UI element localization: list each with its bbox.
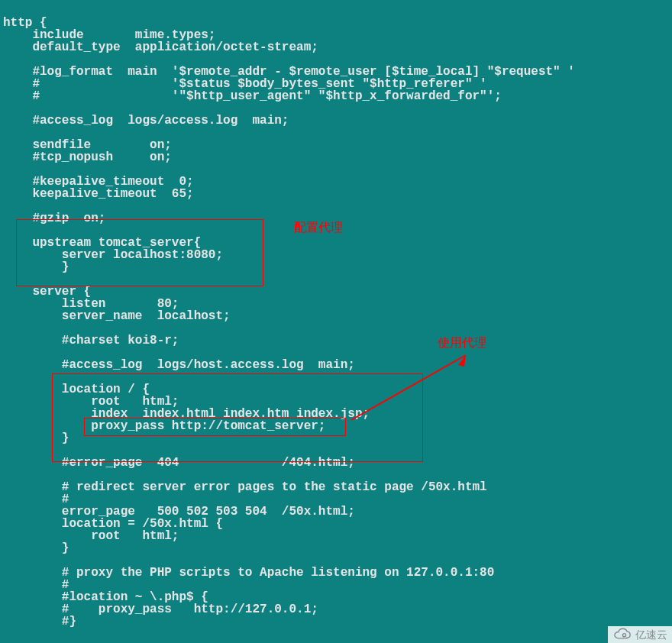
highlight-box-upstream: [16, 219, 263, 286]
cloud-icon: [611, 628, 632, 641]
watermark: 亿速云: [608, 626, 672, 643]
annotation-use-proxy: 使用代理: [438, 337, 486, 349]
nginx-config-code: http { include mime.types; default_type …: [3, 5, 575, 628]
annotation-config-proxy: 配置代理: [294, 221, 343, 234]
watermark-text: 亿速云: [635, 629, 667, 640]
svg-point-2: [622, 634, 625, 637]
highlight-box-proxypass: [84, 418, 346, 436]
